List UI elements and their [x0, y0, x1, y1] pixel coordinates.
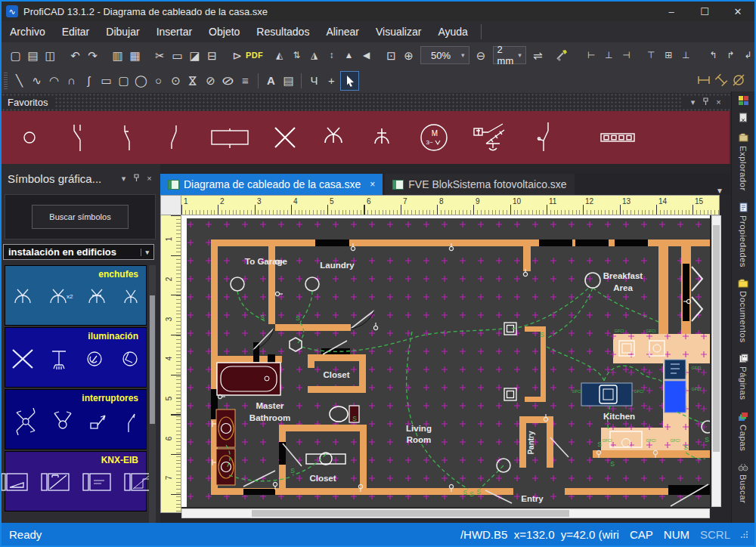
zoom-level-select[interactable]: 50% ▾	[420, 46, 469, 64]
maximize-button[interactable]: ☐	[688, 2, 721, 21]
slashed-ellipse-tool-icon[interactable]: ⊘	[215, 72, 240, 90]
rounded-rectangle-tool-icon[interactable]: ▢	[115, 72, 132, 90]
select-arrow-tool-icon[interactable]	[340, 71, 359, 91]
mirror-copy-icon[interactable]: ◮	[305, 46, 323, 64]
tab-fve-fotovoltaico[interactable]: FVE BlokSistema fotovoltaico.sxe	[385, 174, 574, 195]
tools-wrench-icon[interactable]	[554, 46, 572, 64]
favorite-symbol-switch-arrow[interactable]	[529, 116, 564, 159]
favorite-symbol-circle[interactable]	[12, 116, 47, 159]
vertical-scrollbar-thumb[interactable]	[713, 225, 720, 452]
symbol-switch-flag[interactable]	[85, 408, 110, 438]
text-block-tool-icon[interactable]: ▤	[280, 72, 297, 90]
drawing-canvas[interactable]: To Garage Laundry Breakfast Area Closet …	[181, 215, 710, 507]
menu-visualizar[interactable]: Visualizar	[367, 21, 429, 42]
node-cross-tool-icon[interactable]: +	[323, 72, 340, 90]
symbol-pendant-light[interactable]	[46, 346, 72, 375]
toolbar-grip[interactable]	[4, 73, 8, 89]
menu-ayuda[interactable]: Ayuda	[429, 21, 476, 42]
close-button[interactable]: ✕	[721, 2, 754, 21]
tab-diagrama-casa[interactable]: Diagrama de cableado de la casa.sxe ×	[160, 174, 383, 195]
export-icon[interactable]: ⊳	[228, 46, 246, 64]
menu-objeto[interactable]: Objeto	[200, 21, 248, 42]
menu-archivo[interactable]: Archivo	[2, 21, 54, 42]
close-icon[interactable]: ×	[143, 174, 156, 184]
dimension-tool-icon[interactable]	[695, 71, 712, 89]
polyline-tool-icon[interactable]: ∿	[28, 72, 45, 90]
symbol-knx-dimmer-ramp[interactable]	[0, 470, 29, 497]
bezier-tool-icon[interactable]: ʃ	[80, 72, 98, 90]
flip-vertical-icon[interactable]: ⇅	[288, 46, 305, 64]
mirror-horizontal-icon[interactable]: ◭	[271, 46, 288, 64]
favorite-symbol-lamp[interactable]	[268, 116, 302, 159]
text-tool-icon[interactable]: A	[262, 72, 280, 90]
symbol-switch-cross[interactable]	[11, 408, 40, 438]
align-top-icon[interactable]: ⊤	[643, 46, 660, 64]
horizontal-scrollbar[interactable]	[181, 508, 710, 518]
chevron-down-icon[interactable]: ▾	[686, 97, 699, 107]
symbol-knx-info-module[interactable]	[81, 470, 113, 497]
menu-resultados[interactable]: Resultados	[248, 21, 318, 42]
symbol-wall-light[interactable]	[117, 346, 143, 375]
symbol-ceiling-light[interactable]	[82, 346, 107, 375]
tab-list-chevron-icon[interactable]: ▼	[716, 187, 731, 195]
menu-alinear[interactable]: Alinear	[318, 21, 367, 42]
favorite-symbol-motor[interactable]: M 3~	[413, 116, 455, 159]
favorite-symbol-breaker[interactable]	[60, 116, 95, 159]
align-middle-icon[interactable]: ⊞	[660, 46, 677, 64]
symbol-switch-simple[interactable]	[119, 408, 141, 438]
vertical-scrollbar[interactable]	[711, 215, 721, 507]
gate-tool-icon[interactable]: Ч	[305, 72, 323, 90]
horizontal-scrollbar-thumb[interactable]	[252, 510, 569, 517]
close-tab-icon[interactable]: ×	[370, 179, 375, 190]
menu-editar[interactable]: Editar	[54, 21, 98, 42]
circle-dot-tool-icon[interactable]: ⊙	[167, 72, 184, 90]
zoom-out-icon[interactable]: ⊖	[472, 46, 490, 64]
symbol-socket-earthed[interactable]	[84, 284, 110, 313]
swap-properties-icon[interactable]: ⇌	[529, 46, 547, 64]
pin-icon[interactable]	[130, 174, 143, 184]
right-tab-paginas[interactable]: Páginas	[739, 354, 748, 400]
minimize-button[interactable]: –	[655, 2, 688, 21]
favorite-symbol-switch-contact[interactable]	[109, 116, 144, 159]
zoom-fit-icon[interactable]: ⊡	[383, 46, 400, 64]
symbol-switch-two-way[interactable]	[50, 408, 76, 438]
close-icon[interactable]: ×	[712, 97, 725, 107]
open-file-icon[interactable]: ▤	[24, 46, 42, 64]
favorite-symbol-box[interactable]	[206, 116, 254, 159]
paste-icon[interactable]: ⊟	[203, 46, 221, 64]
rectangle-tool-icon[interactable]: ▭	[98, 72, 115, 90]
category-dropdown[interactable]: instalación en edificios ▾	[3, 244, 154, 260]
favorite-symbol-socket-earth[interactable]	[364, 116, 399, 159]
favorite-symbol-socket[interactable]	[316, 116, 351, 159]
align-center-icon[interactable]: ⊥	[600, 46, 618, 64]
line-tool-icon[interactable]: ╲	[11, 72, 28, 90]
menu-dibujar[interactable]: Dibujar	[98, 21, 147, 42]
curve-tool-icon[interactable]: ∩	[63, 72, 80, 90]
palette-icon[interactable]	[738, 95, 749, 109]
rotate-left-up-icon[interactable]: ↰	[705, 46, 722, 64]
symbol-socket[interactable]	[10, 284, 36, 313]
resize-grip-icon[interactable]	[741, 530, 748, 538]
right-tab-documentos[interactable]: Documentos	[738, 279, 748, 343]
circle-tool-icon[interactable]: ○	[150, 72, 167, 90]
right-tab-buscar[interactable]: Buscar	[738, 462, 748, 503]
arc-tool-icon[interactable]: ◠	[45, 72, 63, 90]
right-tab-explorador[interactable]: Explorador	[739, 133, 748, 191]
mirror-shape-icon[interactable]: ▲	[340, 46, 358, 64]
page-icon[interactable]	[739, 112, 748, 125]
rotate-right-up-icon[interactable]: ↱	[722, 46, 739, 64]
mirror-left-icon[interactable]: ◀	[358, 46, 375, 64]
copy-icon[interactable]: ▭	[169, 46, 186, 64]
print-preview-icon[interactable]: ▥	[109, 46, 126, 64]
new-document-icon[interactable]: ▢	[7, 46, 24, 64]
print-icon[interactable]: ▦	[126, 46, 144, 64]
favorite-symbol-contactor[interactable]	[469, 116, 516, 159]
panel-scrollbar[interactable]	[149, 265, 156, 523]
panel-scrollbar-thumb[interactable]	[150, 295, 155, 424]
search-symbols-button[interactable]: Buscar símbolos	[32, 205, 128, 229]
save-icon[interactable]: ◫	[42, 46, 59, 64]
grid-size-select[interactable]: 2 mm ▾	[493, 46, 526, 64]
symbol-socket-single[interactable]	[119, 284, 142, 313]
cut-icon[interactable]: ✂	[151, 46, 169, 64]
export-pdf-icon[interactable]: PDF	[246, 46, 263, 64]
